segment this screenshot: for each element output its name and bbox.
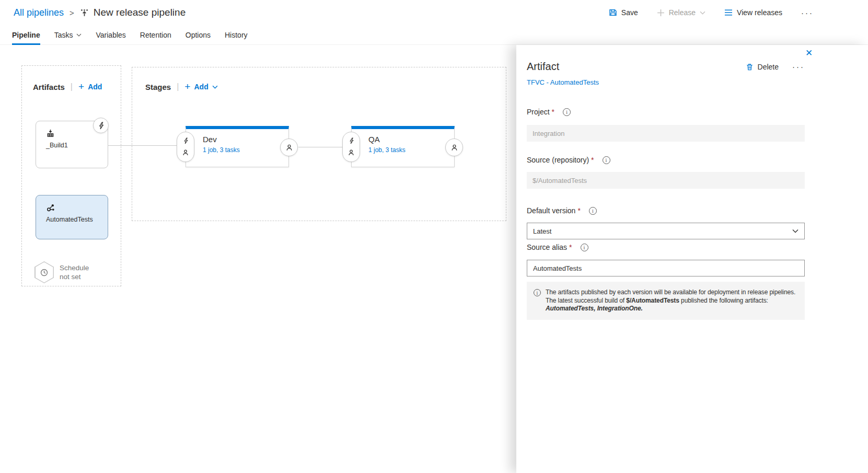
tab-variables-label: Variables	[96, 31, 125, 39]
stage-name: QA	[368, 135, 454, 144]
default-version-dropdown[interactable]: Latest	[527, 223, 805, 239]
tab-options-label: Options	[186, 31, 211, 39]
ellipsis-icon: ···	[801, 8, 814, 17]
label-text: Project	[527, 108, 550, 116]
release-pipeline-icon	[80, 8, 89, 17]
plus-icon	[657, 9, 665, 17]
save-button[interactable]: Save	[609, 8, 638, 17]
artifacts-header: Artifacts | + Add	[33, 82, 102, 92]
required-mark: *	[577, 206, 580, 215]
default-version-label: Default version*	[527, 206, 597, 215]
close-panel-button[interactable]: ✕	[805, 48, 813, 59]
add-artifact-button[interactable]: + Add	[78, 83, 102, 91]
tab-tasks[interactable]: Tasks	[54, 25, 82, 44]
list-icon	[724, 9, 733, 16]
artifact-name: AutomatedTests	[46, 216, 108, 223]
stage-tasks-link[interactable]: 1 job, 3 tasks	[368, 146, 406, 154]
stages-header: Stages | + Add	[145, 82, 218, 92]
stage-card-qa[interactable]: QA 1 job, 3 tasks	[351, 126, 455, 167]
artifacts-region	[21, 65, 121, 286]
tab-variables[interactable]: Variables	[96, 25, 125, 44]
schedule-trigger[interactable]: Schedule not set	[34, 261, 89, 283]
schedule-line1: Schedule	[60, 263, 89, 272]
connector-line	[298, 147, 342, 147]
save-label: Save	[621, 8, 638, 17]
label-text: Default version	[527, 206, 575, 215]
label-text: Source (repository)	[527, 156, 589, 164]
panel-content: Artifact Delete	[527, 45, 805, 473]
release-pipeline-editor: All pipelines > New release pipeline	[0, 0, 868, 473]
delete-label: Delete	[758, 63, 779, 71]
schedule-status: Schedule not set	[60, 263, 89, 281]
stage-tasks-link[interactable]: 1 job, 3 tasks	[203, 146, 240, 154]
page-title: New release pipeline	[94, 7, 186, 18]
pre-deployment-conditions-qa[interactable]	[342, 132, 360, 162]
info-tooltip-icon[interactable]	[589, 207, 597, 215]
tab-retention-label: Retention	[140, 31, 171, 39]
tab-options[interactable]: Options	[186, 25, 211, 44]
project-field	[527, 125, 805, 142]
artifact-info-message: The artifacts published by each version …	[527, 282, 805, 320]
artifacts-title: Artifacts	[33, 83, 65, 91]
release-button[interactable]: Release	[657, 8, 705, 17]
required-mark: *	[552, 108, 554, 116]
add-stage-label: Add	[194, 83, 208, 91]
chevron-down-icon	[700, 11, 705, 15]
required-mark: *	[569, 243, 572, 251]
project-label: Project*	[527, 108, 571, 116]
release-label: Release	[669, 8, 696, 17]
person-approval-icon	[182, 149, 189, 156]
chevron-down-icon	[76, 33, 82, 37]
plus-icon: +	[184, 83, 190, 90]
source-alias-label: Source alias*	[527, 243, 588, 251]
tab-retention[interactable]: Retention	[140, 25, 171, 44]
tab-bar: Pipeline Tasks Variables Retention Optio…	[0, 25, 868, 45]
artifact-name: _Build1	[46, 142, 108, 149]
source-alias-input[interactable]	[527, 260, 805, 276]
pre-deployment-conditions-dev[interactable]	[177, 132, 194, 162]
breadcrumb: All pipelines > New release pipeline	[14, 7, 186, 18]
tab-pipeline-label: Pipeline	[12, 31, 40, 39]
stage-card-dev[interactable]: Dev 1 job, 3 tasks	[186, 126, 289, 167]
trash-icon	[746, 63, 754, 71]
lightning-trigger-icon	[349, 137, 354, 144]
connector-line	[108, 145, 177, 146]
continuous-deployment-trigger-button[interactable]	[93, 118, 109, 133]
breadcrumb-separator: >	[70, 8, 74, 17]
post-deployment-conditions-dev[interactable]	[280, 139, 298, 156]
panel-title: Artifact	[527, 61, 559, 73]
pipeline-canvas: Artifacts | + Add Stages | + Add	[0, 45, 516, 473]
artifact-properties-panel: ✕ Artifact Delete	[516, 45, 868, 473]
tab-history-label: History	[225, 31, 248, 39]
view-releases-label: View releases	[737, 8, 782, 17]
info-text-part: .	[641, 305, 643, 312]
chevron-down-icon	[212, 85, 218, 89]
top-header: All pipelines > New release pipeline	[0, 0, 868, 25]
breadcrumb-all-pipelines[interactable]: All pipelines	[14, 7, 64, 18]
required-mark: *	[591, 156, 594, 164]
more-actions-button[interactable]: ···	[801, 8, 814, 17]
person-approval-icon	[285, 144, 293, 152]
artifact-source-link[interactable]: TFVC - AutomatedTests	[527, 78, 599, 86]
tab-pipeline[interactable]: Pipeline	[12, 25, 40, 44]
info-text-part: published the following artifacts:	[679, 297, 768, 304]
view-releases-button[interactable]: View releases	[724, 8, 782, 17]
add-stage-button[interactable]: + Add	[184, 83, 217, 91]
info-tooltip-icon[interactable]	[563, 108, 571, 116]
stage-name: Dev	[203, 135, 288, 144]
source-repository-field	[527, 172, 805, 189]
chevron-down-icon	[792, 229, 798, 233]
info-tooltip-icon[interactable]	[581, 244, 588, 251]
label-text: Source alias	[527, 243, 567, 251]
post-deployment-conditions-qa[interactable]	[445, 139, 463, 156]
artifact-card-automatedtests[interactable]: AutomatedTests	[36, 195, 108, 239]
lightning-trigger-icon	[183, 137, 189, 144]
panel-more-button[interactable]: ···	[792, 62, 805, 71]
info-tooltip-icon[interactable]	[603, 156, 610, 164]
delete-artifact-button[interactable]: Delete	[746, 63, 779, 71]
person-approval-icon	[348, 149, 355, 156]
info-message-text: The artifacts published by each version …	[546, 289, 797, 313]
info-icon	[534, 289, 541, 296]
tab-history[interactable]: History	[225, 25, 248, 44]
lightning-trigger-icon	[98, 122, 105, 130]
